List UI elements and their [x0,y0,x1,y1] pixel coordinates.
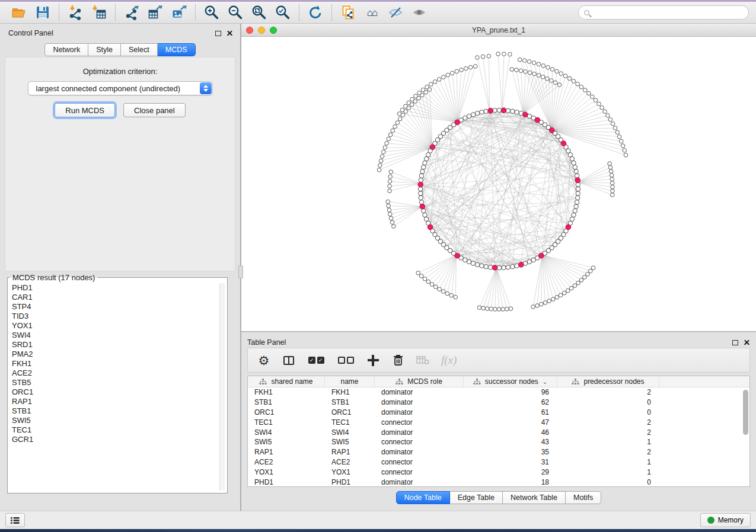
toggle-column-panel-button[interactable] [282,351,295,369]
mcds-node-item[interactable]: SWI4 [11,331,218,340]
mcds-node-item[interactable]: STB5 [11,378,218,387]
zoom-out-icon [228,5,243,20]
export-image-button[interactable] [167,3,191,22]
import-network-button[interactable] [63,3,87,22]
mcds-node-item[interactable]: TID3 [11,312,218,321]
table-row[interactable]: ORC1ORC1dominator610 [248,408,749,418]
close-panel-button[interactable]: Close panel [123,103,186,117]
tab-style[interactable]: Style [88,43,121,56]
column-header-predecessor-nodes[interactable]: predecessor nodes [557,376,659,387]
column-header-shared-name[interactable]: shared name [248,376,325,387]
tab-node-table[interactable]: Node Table [396,491,450,504]
close-panel-icon[interactable] [227,30,233,37]
cell-name: SWI5 [325,438,375,446]
tab-network-table[interactable]: Network Table [503,491,566,504]
import-table-button[interactable] [87,3,111,22]
table-toolbar: ⚙ ✓✓ f(x) [247,348,750,373]
close-table-panel-icon[interactable] [744,339,750,346]
table-row[interactable]: FKH1FKH1dominator962 [248,387,749,398]
table-row[interactable]: STB1STB1dominator620 [248,398,749,408]
tab-mcds[interactable]: MCDS [158,43,196,56]
memory-button[interactable]: Memory [700,513,751,527]
zoom-fit-icon [251,5,267,20]
select-all-button[interactable]: ✓✓ [307,351,325,369]
refresh-icon [308,5,323,20]
show-all-button[interactable] [407,3,431,22]
apply-layout-button[interactable] [304,3,327,22]
unchecked-box-icon [338,357,345,364]
table-row[interactable]: TEC1TEC1connector472 [248,417,749,427]
mcds-node-item[interactable]: GCR1 [11,435,218,444]
search-input[interactable] [593,8,743,17]
mcds-node-item[interactable]: SWI5 [11,416,218,425]
open-session-button[interactable] [7,3,31,22]
float-panel-icon[interactable] [215,31,221,36]
first-neighbors-button[interactable]: ⌂⌂ [360,3,384,22]
zoom-in-button[interactable] [200,3,224,22]
table-row[interactable]: YOX1YOX1connector291 [248,467,749,477]
delete-column-button[interactable] [391,351,404,369]
run-mcds-button[interactable]: Run MCDS [55,103,115,117]
task-history-button[interactable] [5,513,25,527]
network-canvas[interactable] [241,37,756,331]
export-network-button[interactable] [120,3,143,22]
table-scrollbar-thumb[interactable] [743,390,748,435]
network-window-titlebar[interactable]: YPA_prune.txt_1 [241,24,756,37]
mcds-node-item[interactable]: SRD1 [11,340,218,350]
cell-shared-name: STB1 [248,398,325,406]
table-row[interactable]: PHD1PHD1dominator180 [248,477,749,487]
cell-shared-name: PHD1 [248,478,325,486]
zoom-out-button[interactable] [224,3,247,22]
zoom-selected-button[interactable] [271,3,295,22]
zoom-fit-button[interactable] [247,3,271,22]
table-row[interactable]: SWI5SWI5connector431 [248,437,749,447]
mcds-node-item[interactable]: ORC1 [11,387,218,397]
cell-MCDS-role: dominator [375,448,464,456]
cell-successor-nodes: 61 [464,408,557,416]
table-row[interactable]: ACE2ACE2connector311 [248,457,749,467]
mcds-node-item[interactable]: PHD1 [11,283,218,293]
import-table-icon [91,5,107,20]
column-header-MCDS-role[interactable]: MCDS role [375,376,464,387]
mcds-node-item[interactable]: YOX1 [11,321,218,331]
column-header-successor-nodes[interactable]: successor nodes⌄ [464,376,557,387]
tab-select[interactable]: Select [121,43,158,56]
column-header-name[interactable]: name [325,376,375,387]
mcds-node-item[interactable]: ACE2 [11,368,218,378]
function-builder-button: f(x) [441,351,457,369]
tab-network[interactable]: Network [44,43,88,56]
mcds-node-item[interactable]: RAP1 [11,397,218,406]
export-table-button[interactable] [143,3,167,22]
table-settings-button[interactable]: ⚙ [257,351,270,369]
splitter-grip[interactable] [238,265,243,278]
table-row[interactable]: RAP1RAP1dominator352 [248,447,749,457]
mcds-result-list[interactable]: PHD1CAR1STP4TID3YOX1SWI4SRD1PMA2FKH1ACE2… [11,283,218,491]
table-panel: Table Panel ⚙ ✓✓ [241,332,756,511]
import-network-icon [68,5,83,20]
mcds-node-item[interactable]: CAR1 [11,293,218,302]
mcds-node-item[interactable]: TEC1 [11,425,218,435]
table-scrollbar[interactable] [742,388,748,485]
deselect-all-button[interactable] [337,351,355,369]
save-session-button[interactable] [31,3,55,22]
float-table-panel-icon[interactable] [732,340,738,345]
mcds-node-item[interactable]: PMA2 [11,350,218,359]
mcds-node-item[interactable]: STP4 [11,302,218,312]
cell-shared-name: ACE2 [248,458,325,466]
window-close-light[interactable] [246,27,253,34]
toolbar-separator [195,4,196,21]
tab-edge-table[interactable]: Edge Table [450,491,503,504]
mcds-list-scrollbar[interactable] [219,283,225,491]
cell-shared-name: FKH1 [248,388,325,396]
new-network-from-selection-button[interactable] [336,3,360,22]
window-zoom-light[interactable] [270,27,277,34]
cell-predecessor-nodes: 1 [557,438,659,446]
hide-selected-button[interactable] [384,3,407,22]
mcds-node-item[interactable]: STB1 [11,406,218,416]
tab-motifs[interactable]: Motifs [566,491,601,504]
criterion-dropdown[interactable]: largest connected component (undirected) [28,81,213,95]
add-column-button[interactable] [366,351,379,369]
window-minimize-light[interactable] [258,27,265,34]
mcds-node-item[interactable]: FKH1 [11,359,218,368]
table-row[interactable]: SWI4SWI4dominator462 [248,427,749,437]
